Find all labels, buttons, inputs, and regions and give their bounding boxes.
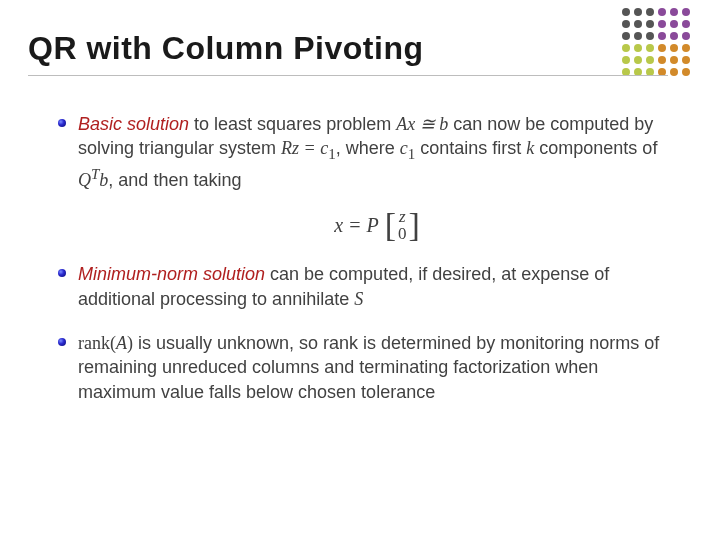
decoration-dot — [646, 56, 654, 64]
content-area: Basic solution to least squares problem … — [58, 112, 676, 424]
title-block: QR with Column Pivoting — [28, 30, 600, 76]
decoration-dot — [634, 8, 642, 16]
decoration-dot — [670, 8, 678, 16]
decoration-dot — [622, 56, 630, 64]
decoration-dot-grid — [622, 8, 692, 78]
left-bracket-icon: [ — [385, 208, 396, 242]
title-underline — [28, 75, 668, 76]
decoration-dot — [634, 20, 642, 28]
decoration-dot — [658, 56, 666, 64]
decoration-dot — [646, 44, 654, 52]
term-min-norm: Minimum-norm solution — [78, 264, 265, 284]
math-inline: S — [354, 289, 363, 309]
decoration-dot — [658, 32, 666, 40]
decoration-dot — [682, 44, 690, 52]
right-bracket-icon: ] — [409, 208, 420, 242]
text: contains first — [415, 138, 526, 158]
bullet-list: Basic solution to least squares problem … — [58, 112, 676, 404]
column-vector: [ z 0 ] — [385, 208, 420, 242]
decoration-dot — [682, 56, 690, 64]
decoration-dot — [682, 32, 690, 40]
math-inline: c1 — [400, 138, 416, 158]
decoration-dot — [622, 20, 630, 28]
decoration-dot — [634, 44, 642, 52]
text: , and then taking — [108, 170, 241, 190]
eq-lhs: x = P — [334, 212, 379, 239]
vec-entry: 0 — [398, 225, 407, 242]
decoration-dot — [646, 32, 654, 40]
math-inline: QTb — [78, 170, 108, 190]
decoration-dot — [670, 56, 678, 64]
math-text: c — [400, 138, 408, 158]
decoration-dot — [634, 56, 642, 64]
term-basic-solution: Basic solution — [78, 114, 189, 134]
decoration-dot — [670, 32, 678, 40]
decoration-dot — [646, 20, 654, 28]
decoration-dot — [634, 32, 642, 40]
slide-title: QR with Column Pivoting — [28, 30, 600, 67]
decoration-dot — [670, 44, 678, 52]
decoration-dot — [658, 8, 666, 16]
bullet-item: rank(A) is usually unknown, so rank is d… — [58, 331, 676, 404]
decoration-dot — [622, 44, 630, 52]
decoration-dot — [682, 8, 690, 16]
decoration-dot — [658, 44, 666, 52]
math-inline: Ax ≅ b — [396, 114, 448, 134]
display-equation: x = P [ z 0 ] — [78, 208, 676, 242]
math-text: b — [99, 170, 108, 190]
decoration-dot — [622, 8, 630, 16]
decoration-dot — [670, 68, 678, 76]
vec-entry: z — [398, 208, 407, 225]
math-text: Rz = c — [281, 138, 328, 158]
decoration-dot — [682, 20, 690, 28]
text: is usually unknown, so rank is determine… — [78, 333, 659, 402]
math-inline: Rz = c1 — [281, 138, 336, 158]
slide: QR with Column Pivoting Basic solution t… — [0, 0, 720, 540]
bullet-item: Minimum-norm solution can be computed, i… — [58, 262, 676, 311]
text: to least squares problem — [189, 114, 396, 134]
decoration-dot — [658, 20, 666, 28]
bullet-item: Basic solution to least squares problem … — [58, 112, 676, 242]
math-inline: rank(A) — [78, 333, 133, 353]
decoration-dot — [670, 20, 678, 28]
decoration-dot — [646, 8, 654, 16]
decoration-dot — [682, 68, 690, 76]
subscript: 1 — [328, 146, 336, 162]
text: , where — [336, 138, 400, 158]
text: components of — [534, 138, 657, 158]
math-text: Q — [78, 170, 91, 190]
decoration-dot — [622, 32, 630, 40]
